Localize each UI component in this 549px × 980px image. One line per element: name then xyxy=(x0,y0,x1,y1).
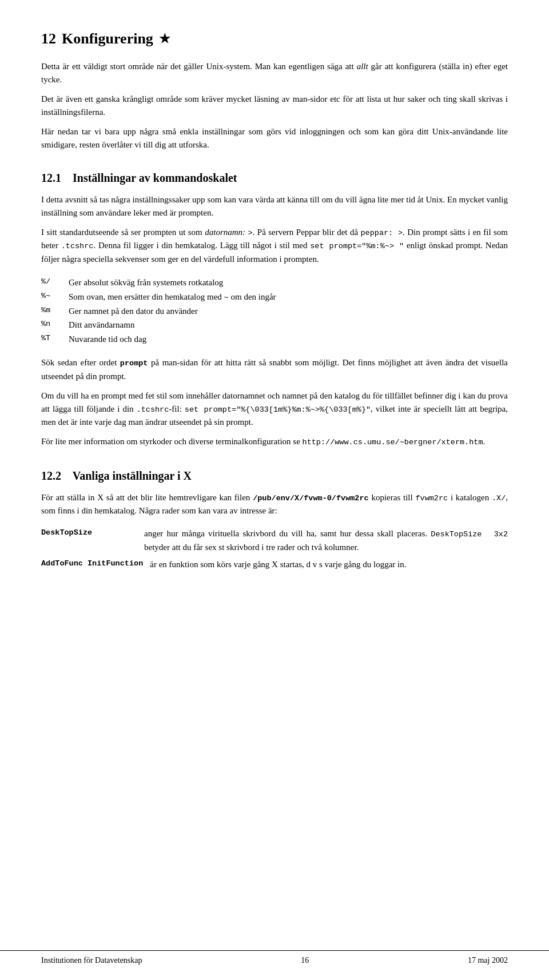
intro-para-3: Här nedan tar vi bara upp några små enkl… xyxy=(41,125,508,151)
def-term-1: DeskTopSize xyxy=(41,527,144,553)
section-1-title: Inställningar av kommandoskalet xyxy=(73,172,237,184)
footer-right: 17 maj 2002 xyxy=(468,954,508,966)
prompt-desc-5: Nuvarande tid och dag xyxy=(69,332,508,346)
chapter-star: ★ xyxy=(159,29,170,48)
prompt-desc-4: Ditt användarnamn xyxy=(69,318,508,332)
section-2-title: Vanliga inställningar i X xyxy=(73,469,192,482)
prompt-desc-1: Ger absolut sökväg från systemets rotkat… xyxy=(69,276,508,290)
footer-center: 16 xyxy=(301,954,309,966)
section2-para-1: För att ställa in X så att det blir lite… xyxy=(41,491,508,517)
prompt-desc-3: Ger namnet på den dator du använder xyxy=(69,304,508,318)
def-item-1: DeskTopSize anger hur många virituella s… xyxy=(41,527,508,553)
section1-para-4: Om du vill ha en prompt med fet stil som… xyxy=(41,389,508,428)
section1-para-2: I sitt standardutseende så ser prompten … xyxy=(41,226,508,265)
prompt-code-1: %/ xyxy=(41,276,69,290)
section-1-heading: 12.1 Inställningar av kommandoskalet xyxy=(41,169,508,186)
section-2-heading: 12.2 Vanliga inställningar i X xyxy=(41,467,508,484)
table-row: %T Nuvarande tid och dag xyxy=(41,332,508,346)
prompt-code-5: %T xyxy=(41,332,69,346)
section-1-number: 12.1 xyxy=(41,172,61,184)
footer-left: Institutionen för Datavetenskap xyxy=(41,954,142,966)
table-row: %/ Ger absolut sökväg från systemets rot… xyxy=(41,276,508,290)
prompt-table: %/ Ger absolut sökväg från systemets rot… xyxy=(41,276,508,346)
definition-list: DeskTopSize anger hur många virituella s… xyxy=(41,527,508,571)
page: 12 Konfigurering ★ Detta är ett väldigt … xyxy=(0,0,549,980)
table-row: %n Ditt användarnamn xyxy=(41,318,508,332)
prompt-code-4: %n xyxy=(41,318,69,332)
def-desc-1: anger hur många virituella skrivbord du … xyxy=(144,527,508,553)
table-row: %m Ger namnet på den dator du använder xyxy=(41,304,508,318)
prompt-code-3: %m xyxy=(41,304,69,318)
footer: Institutionen för Datavetenskap 16 17 ma… xyxy=(0,950,549,966)
def-item-2: AddToFunc InitFunction är en funktion so… xyxy=(41,558,508,571)
section-2-number: 12.2 xyxy=(41,469,61,482)
section1-para-1: I detta avsnitt så tas några inställning… xyxy=(41,193,508,219)
intro-para-2: Det är även ett ganska krångligt område … xyxy=(41,93,508,118)
prompt-code-2: %~ xyxy=(41,290,69,304)
section1-para-5: För lite mer information om styrkoder oc… xyxy=(41,435,508,448)
prompt-desc-2: Som ovan, men ersätter din hemkatalog me… xyxy=(69,290,508,304)
chapter-title: Konfigurering xyxy=(62,27,153,50)
def-term-2: AddToFunc InitFunction xyxy=(41,558,150,571)
def-desc-2: är en funktion som körs varje gång X sta… xyxy=(150,558,406,571)
section1-para-3: Sök sedan efter ordet prompt på man-sida… xyxy=(41,356,508,383)
chapter-number: 12 xyxy=(41,27,56,50)
chapter-heading: 12 Konfigurering ★ xyxy=(41,27,508,50)
intro-para-1: Detta är ett väldigt stort område när de… xyxy=(41,60,508,86)
table-row: %~ Som ovan, men ersätter din hemkatalog… xyxy=(41,290,508,304)
